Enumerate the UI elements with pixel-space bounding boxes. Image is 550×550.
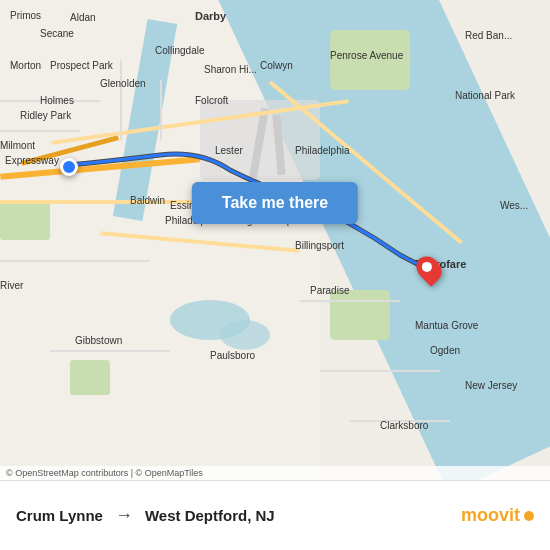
label-milmont: Milmont bbox=[0, 140, 35, 151]
label-expressway: Expressway bbox=[5, 155, 59, 166]
route-from: Crum Lynne bbox=[16, 507, 103, 524]
green-area-w bbox=[0, 200, 50, 240]
label-prospect-park: Prospect Park bbox=[50, 60, 113, 71]
route-arrow-icon: → bbox=[115, 505, 133, 526]
label-penrose: Penrose Avenue bbox=[330, 50, 403, 61]
label-red-bank: Red Ban... bbox=[465, 30, 512, 41]
label-sharon-hill: Sharon Hi... bbox=[204, 64, 257, 75]
label-folcroft: Folcroft bbox=[195, 95, 228, 106]
small-road-v bbox=[120, 60, 122, 140]
label-gibbstown: Gibbstown bbox=[75, 335, 122, 346]
label-secane: Secane bbox=[40, 28, 74, 39]
label-ridley-park: Ridley Park bbox=[20, 110, 71, 121]
take-me-there-button[interactable]: Take me there bbox=[192, 182, 358, 224]
label-clarksboro: Clarksboro bbox=[380, 420, 428, 431]
label-holmes: Holmes bbox=[40, 95, 74, 106]
label-lester: Lester bbox=[215, 145, 243, 156]
label-west: Wes... bbox=[500, 200, 528, 211]
green-area-sw bbox=[70, 360, 110, 395]
moovit-dot bbox=[524, 511, 534, 521]
origin-marker bbox=[60, 158, 78, 176]
destination-marker bbox=[418, 255, 440, 283]
label-ogden: Ogden bbox=[430, 345, 460, 356]
route-to: West Deptford, NJ bbox=[145, 507, 275, 524]
small-road bbox=[0, 260, 150, 262]
small-road bbox=[320, 370, 440, 372]
small-road bbox=[50, 350, 170, 352]
moovit-logo: moovit bbox=[461, 505, 534, 526]
label-billingsport: Billingsport bbox=[295, 240, 344, 251]
label-colwyn: Colwyn bbox=[260, 60, 293, 71]
small-road bbox=[0, 130, 80, 132]
moovit-dots bbox=[524, 511, 534, 521]
map-container[interactable]: Darby Aldan Primos Colwyn Sharon Hi... S… bbox=[0, 0, 550, 480]
label-nj: New Jersey bbox=[465, 380, 517, 391]
label-paulsboro: Paulsboro bbox=[210, 350, 255, 361]
label-aldan: Aldan bbox=[70, 12, 96, 23]
label-baldwin: Baldwin bbox=[130, 195, 165, 206]
label-national-park: National Park bbox=[455, 90, 515, 101]
label-mantua: Mantua Grove bbox=[415, 320, 478, 331]
label-morton: Morton bbox=[10, 60, 41, 71]
label-phila: Philadelphia bbox=[295, 145, 350, 156]
map-attribution: © OpenStreetMap contributors | © OpenMap… bbox=[0, 466, 550, 480]
moovit-logo-text: moovit bbox=[461, 505, 520, 526]
small-road bbox=[300, 300, 400, 302]
bottom-bar: Crum Lynne → West Deptford, NJ moovit bbox=[0, 480, 550, 550]
water-patch2 bbox=[220, 320, 270, 350]
label-collingdale: Collingdale bbox=[155, 45, 204, 56]
label-paradise: Paradise bbox=[310, 285, 349, 296]
green-area-se bbox=[330, 290, 390, 340]
label-primos: Primos bbox=[10, 10, 41, 21]
small-road-v bbox=[160, 80, 162, 140]
label-glenolden: Glenolden bbox=[100, 78, 146, 89]
label-river: River bbox=[0, 280, 23, 291]
label-darby: Darby bbox=[195, 10, 226, 22]
